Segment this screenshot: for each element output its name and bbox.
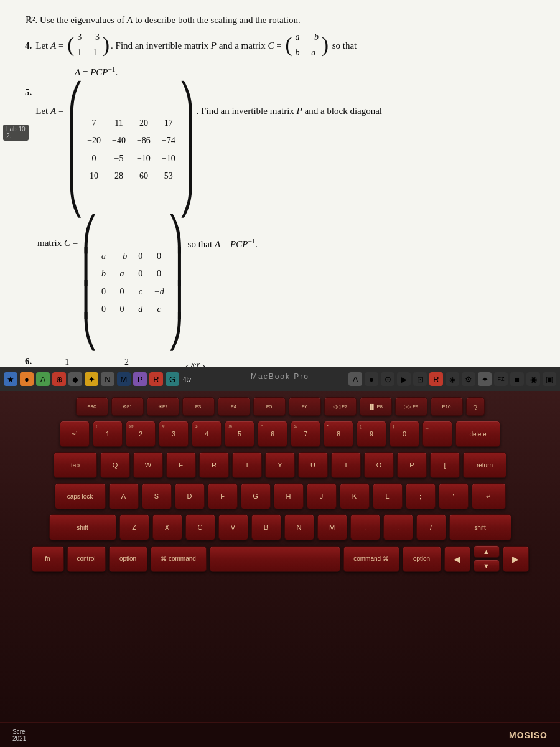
key-h[interactable]: H — [274, 483, 304, 509]
taskbar-icon-5[interactable]: ◆ — [68, 372, 82, 386]
key-w[interactable]: W — [133, 452, 163, 478]
key-l[interactable]: L — [373, 483, 403, 509]
key-quote[interactable]: ' — [439, 483, 469, 509]
key-3[interactable]: #3 — [159, 421, 189, 447]
key-q[interactable]: Q — [100, 452, 130, 478]
key-f5[interactable]: F5 — [253, 397, 286, 416]
key-p[interactable]: P — [397, 452, 427, 478]
key-f2[interactable]: ☀F2 — [147, 397, 179, 416]
key-f3[interactable]: F3 — [182, 397, 215, 416]
key-u[interactable]: U — [298, 452, 328, 478]
taskbar-icon-e[interactable]: ⊡ — [413, 372, 427, 386]
key-f[interactable]: F — [208, 483, 238, 509]
key-f7[interactable]: ◁◁ F7 — [324, 397, 357, 416]
key-d[interactable]: D — [175, 483, 205, 509]
key-r[interactable]: R — [199, 452, 229, 478]
key-e[interactable]: E — [166, 452, 196, 478]
key-6[interactable]: ^6 — [258, 421, 287, 447]
key-cmd-r[interactable]: command ⌘ — [343, 546, 399, 572]
key-f8[interactable]: ▐▌ F8 — [360, 397, 392, 416]
key-slash[interactable]: / — [416, 514, 446, 540]
taskbar-icon-d[interactable]: ▶ — [397, 372, 411, 386]
key-t[interactable]: T — [232, 452, 262, 478]
taskbar-icon-g[interactable]: ◈ — [446, 372, 459, 386]
key-f9[interactable]: ▷▷ F9 — [395, 397, 427, 416]
key-shift-l[interactable]: shift — [49, 514, 116, 540]
key-space[interactable] — [210, 546, 340, 572]
key-i[interactable]: I — [331, 452, 361, 478]
key-esc[interactable]: esc — [76, 397, 108, 416]
key-delete[interactable]: delete — [455, 421, 500, 447]
taskbar-icon-2[interactable]: ● — [20, 372, 34, 386]
key-k[interactable]: K — [340, 483, 370, 509]
key-8[interactable]: *8 — [324, 421, 353, 447]
taskbar-icon-j[interactable]: ■ — [510, 372, 524, 386]
taskbar-icon-6[interactable]: ✦ — [85, 372, 98, 386]
key-comma[interactable]: , — [350, 514, 380, 540]
key-period[interactable]: . — [383, 514, 413, 540]
key-1[interactable]: !1 — [93, 421, 123, 447]
key-f10b[interactable]: Q — [466, 397, 485, 416]
key-return[interactable]: return — [463, 452, 506, 478]
taskbar-icon-l[interactable]: ▣ — [543, 372, 556, 386]
key-ctrl[interactable]: control — [67, 546, 106, 572]
taskbar-icon-b[interactable]: ● — [365, 372, 378, 386]
taskbar-icon-3[interactable]: A — [36, 372, 50, 386]
taskbar-icon-h[interactable]: ⚙ — [462, 372, 475, 386]
key-arrow-down[interactable]: ▼ — [474, 560, 500, 572]
m5-r1c3: 20 — [138, 116, 150, 131]
taskbar-icon-k[interactable]: ◉ — [526, 372, 540, 386]
key-option-r[interactable]: option — [403, 546, 441, 572]
key-f4[interactable]: F4 — [218, 397, 250, 416]
key-z[interactable]: Z — [119, 514, 149, 540]
taskbar-icon-c[interactable]: ⊙ — [381, 372, 394, 386]
key-2[interactable]: @2 — [126, 421, 156, 447]
key-y[interactable]: Y — [265, 452, 295, 478]
key-lbracket[interactable]: [ — [430, 452, 460, 478]
key-shift-r[interactable]: shift — [449, 514, 511, 540]
key-option-l[interactable]: option — [109, 546, 147, 572]
key-f10[interactable]: F10 — [431, 397, 463, 416]
key-g[interactable]: G — [241, 483, 271, 509]
key-tilde[interactable]: ~` — [60, 421, 90, 447]
key-9[interactable]: (9 — [357, 421, 386, 447]
taskbar-icon-11[interactable]: G — [166, 372, 179, 386]
key-5[interactable]: %5 — [225, 421, 254, 447]
taskbar-icon-4[interactable]: ⊕ — [52, 372, 66, 386]
taskbar-icon-10[interactable]: R — [149, 372, 163, 386]
key-arrow-right[interactable]: ▶ — [503, 546, 529, 572]
key-v[interactable]: V — [218, 514, 248, 540]
taskbar-icon-7[interactable]: N — [101, 372, 114, 386]
key-x[interactable]: X — [152, 514, 182, 540]
key-f1[interactable]: ⚙F1 — [111, 397, 144, 416]
key-arrow-up[interactable]: ▲ — [474, 545, 500, 558]
key-o[interactable]: O — [364, 452, 394, 478]
taskbar-icon-a[interactable]: A — [348, 372, 362, 386]
key-f6[interactable]: F6 — [289, 397, 321, 416]
key-tab[interactable]: tab — [54, 452, 97, 478]
key-7[interactable]: &7 — [291, 421, 320, 447]
key-arrow-left[interactable]: ◀ — [444, 546, 470, 572]
key-m[interactable]: M — [317, 514, 347, 540]
key-return2[interactable]: ↵ — [472, 483, 506, 509]
taskbar-icon-9[interactable]: P — [133, 372, 147, 386]
key-a[interactable]: A — [109, 483, 139, 509]
key-fn[interactable]: fn — [32, 546, 64, 572]
taskbar-icon-1[interactable]: ★ — [4, 372, 17, 386]
key-cmd-l[interactable]: ⌘ command — [151, 546, 207, 572]
key-n[interactable]: N — [284, 514, 314, 540]
key-c[interactable]: C — [185, 514, 215, 540]
taskbar-icon-i[interactable]: ✦ — [478, 372, 492, 386]
taskbar-icon-8[interactable]: M — [117, 372, 131, 386]
key-semi[interactable]: ; — [406, 483, 436, 509]
key-0[interactable]: )0 — [390, 421, 419, 447]
key-caps[interactable]: caps lock — [55, 483, 106, 509]
key-4[interactable]: $4 — [192, 421, 222, 447]
key-j[interactable]: J — [307, 483, 337, 509]
left-paren: ( — [67, 35, 74, 55]
key-b[interactable]: B — [251, 514, 281, 540]
taskbar-icon-f[interactable]: R — [429, 372, 443, 386]
key-s[interactable]: S — [142, 483, 172, 509]
key-minus[interactable]: _- — [422, 421, 452, 447]
taskbar-icon-fz[interactable]: FZ — [494, 372, 508, 386]
